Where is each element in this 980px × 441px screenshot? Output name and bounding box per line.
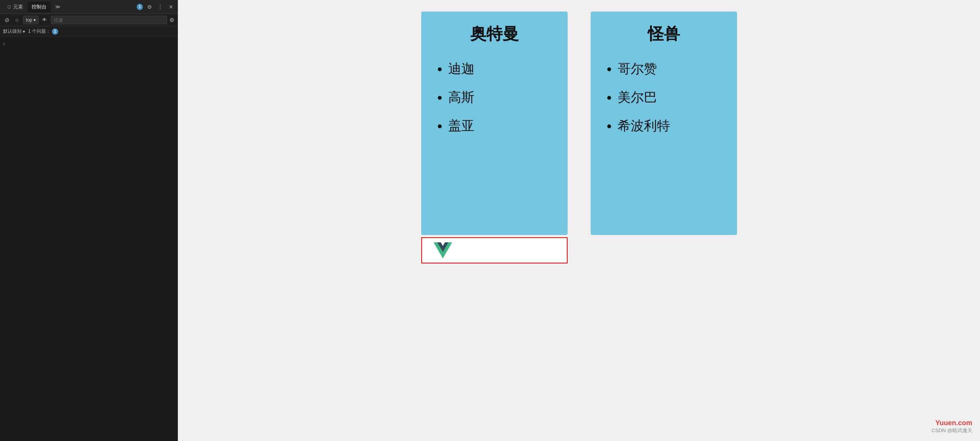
tab-more[interactable]: ≫ [51,2,64,12]
console-toolbar-row3: 默认级别 ▾ 1 个问题： 1 [0,26,178,37]
more-tabs-icon: ≫ [55,4,60,10]
list-item: 希波利特 [618,117,722,135]
issues-badge: 1 个问题： 1 [28,28,58,35]
devtools-tab-bar: ◻ 元素 控制台 ≫ 1 ⚙ ⋮ ✕ [0,0,178,14]
devtools-toolbar-icons: 1 ⚙ ⋮ ✕ [137,3,175,11]
level-chevron-icon: ▾ [23,29,25,34]
list-item: 迪迦 [448,60,552,78]
vue-logo-icon [434,242,452,258]
console-toolbar: ⊘ ○ top ▾ 👁 ⚙ [0,14,178,26]
eye-icon-btn[interactable]: 👁 [41,16,49,24]
ban-icon-btn[interactable]: ⊘ [3,16,11,24]
devtools-panel: ◻ 元素 控制台 ≫ 1 ⚙ ⋮ ✕ ⊘ [0,0,178,441]
tab-elements-label: 元素 [13,3,23,10]
list-item: 盖亚 [448,117,552,135]
eye-icon: 👁 [42,17,47,23]
issues-count: 1 [54,29,56,34]
list-item: 高斯 [448,89,552,106]
more-icon-btn[interactable]: ⋮ [156,3,164,11]
circle-icon-btn[interactable]: ○ [13,16,21,24]
card-ultraman-list: 迪迦 高斯 盖亚 [437,60,552,135]
settings-icon: ⚙ [147,4,152,10]
card-ultraman: 奥特曼 迪迦 高斯 盖亚 [421,12,568,235]
top-dropdown[interactable]: top ▾ [23,16,39,24]
console-badge-count: 1 [139,5,141,9]
console-content: › [0,37,178,441]
card-ultraman-title: 奥特曼 [437,23,552,45]
watermark-line1: Yuuen.com [931,419,972,427]
settings-icon-btn[interactable]: ⚙ [145,3,154,11]
circle-icon: ○ [15,17,18,23]
vue-element-box [421,237,568,263]
filter-settings-icon[interactable]: ⚙ [169,17,174,23]
level-label: 默认级别 [3,28,22,35]
cards-row: 奥特曼 迪迦 高斯 盖亚 怪兽 [421,12,737,263]
card-monster: 怪兽 哥尔赞 美尔巴 希波利特 [591,12,737,235]
card-ultraman-wrapper: 奥特曼 迪迦 高斯 盖亚 [421,12,568,263]
more-icon: ⋮ [157,4,163,10]
expand-arrow-icon[interactable]: › [3,40,5,47]
tab-elements[interactable]: ◻ 元素 [2,2,27,12]
console-badge: 1 [137,4,143,10]
tab-console-label: 控制台 [32,3,47,10]
close-icon: ✕ [169,4,173,10]
watermark: Yuuen.com CSDN @暗武逢天 [931,419,972,434]
watermark-line2: CSDN @暗武逢天 [931,427,972,434]
tab-console[interactable]: 控制台 [28,2,50,12]
filter-input[interactable] [51,16,167,24]
ban-icon: ⊘ [5,17,10,23]
vue-element-wrapper [421,237,568,263]
level-dropdown[interactable]: 默认级别 ▾ [3,28,25,35]
elements-icon: ◻ [6,4,12,10]
top-label: top [26,17,32,23]
chevron-down-icon: ▾ [34,17,36,23]
card-monster-list: 哥尔赞 美尔巴 希波利特 [606,60,722,135]
list-item: 哥尔赞 [618,60,722,78]
issues-label: 1 个问题： [28,28,50,35]
card-monster-title: 怪兽 [606,23,722,45]
issues-count-icon: 1 [52,29,58,35]
list-item: 美尔巴 [618,89,722,106]
main-content: 奥特曼 迪迦 高斯 盖亚 怪兽 [178,0,980,441]
close-icon-btn[interactable]: ✕ [167,3,175,11]
